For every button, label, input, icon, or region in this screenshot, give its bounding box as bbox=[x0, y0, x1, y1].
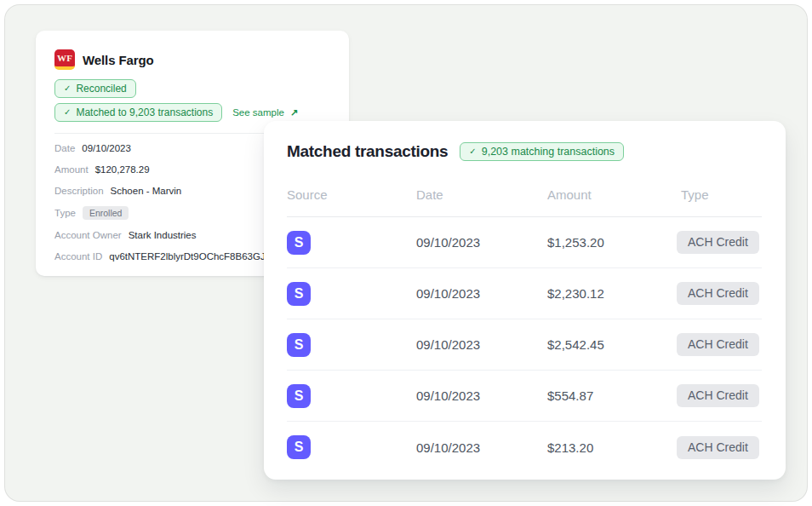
detail-value: Stark Industries bbox=[129, 229, 197, 241]
stripe-source-icon: S bbox=[287, 333, 311, 357]
transaction-amount: $1,253.20 bbox=[547, 235, 677, 250]
source-icon-letter: S bbox=[294, 235, 304, 250]
detail-value: 09/10/2023 bbox=[82, 142, 131, 154]
transaction-type-badge: ACH Credit bbox=[677, 231, 759, 254]
matched-badge-label: Matched to 9,203 transactions bbox=[76, 106, 213, 118]
page-title: Matched transactions bbox=[287, 142, 448, 161]
check-icon: ✓ bbox=[64, 84, 71, 93]
matching-count-label: 9,203 matching transactions bbox=[482, 146, 615, 158]
matched-transactions-badge: ✓ Matched to 9,203 transactions bbox=[54, 103, 222, 122]
detail-label: Type bbox=[54, 207, 76, 219]
detail-label: Amount bbox=[54, 164, 89, 175]
transaction-date: 09/10/2023 bbox=[416, 286, 547, 301]
source-icon-letter: S bbox=[294, 388, 304, 404]
reconciled-badge: ✓ Reconciled bbox=[54, 79, 136, 98]
matched-badge-row: ✓ Matched to 9,203 transactions See samp… bbox=[54, 103, 330, 122]
detail-value: qv6tNTERF2lblyrDt9OChcF8B63GJUhXt bbox=[109, 250, 287, 262]
table-row: S 09/10/2023 $1,253.20 ACH Credit bbox=[287, 217, 762, 268]
transaction-type-badge: ACH Credit bbox=[677, 282, 759, 305]
transaction-date: 09/10/2023 bbox=[416, 337, 547, 352]
transaction-type-badge: ACH Credit bbox=[677, 384, 759, 407]
detail-value: $120,278.29 bbox=[95, 164, 150, 175]
enrolled-badge: Enrolled bbox=[83, 206, 129, 220]
table-row: S 09/10/2023 $2,542.45 ACH Credit bbox=[287, 319, 762, 371]
column-header-amount: Amount bbox=[547, 187, 677, 216]
see-sample-label: See sample bbox=[232, 107, 284, 118]
column-header-type: Type bbox=[677, 187, 762, 216]
matched-transactions-header: Matched transactions ✓ 9,203 matching tr… bbox=[287, 141, 762, 163]
matched-transactions-card: Matched transactions ✓ 9,203 matching tr… bbox=[264, 121, 786, 480]
wells-fargo-logo-icon: WF bbox=[54, 49, 75, 70]
stripe-source-icon: S bbox=[287, 282, 311, 306]
reconciled-badge-label: Reconciled bbox=[76, 83, 126, 95]
table-row: S 09/10/2023 $213.20 ACH Credit bbox=[287, 422, 762, 473]
detail-label: Date bbox=[54, 142, 75, 154]
transaction-amount: $213.20 bbox=[547, 440, 677, 455]
source-icon-letter: S bbox=[294, 286, 304, 302]
canvas-background: WF Wells Fargo ✓ Reconciled ✓ Matched to… bbox=[4, 4, 808, 502]
arrow-up-right-icon: ↗ bbox=[290, 107, 298, 118]
transaction-date: 09/10/2023 bbox=[416, 235, 547, 250]
stripe-source-icon: S bbox=[287, 384, 311, 408]
detail-value: Schoen - Marvin bbox=[111, 185, 182, 197]
wells-fargo-logo-text: WF bbox=[57, 53, 72, 63]
transaction-amount: $2,542.45 bbox=[547, 337, 677, 352]
source-icon-letter: S bbox=[294, 440, 304, 455]
table-header: Source Date Amount Type bbox=[287, 182, 762, 217]
source-icon-letter: S bbox=[294, 337, 304, 353]
stripe-source-icon: S bbox=[287, 231, 311, 255]
bank-header: WF Wells Fargo bbox=[54, 49, 330, 70]
transaction-type-badge: ACH Credit bbox=[677, 333, 759, 356]
detail-label: Account Owner bbox=[54, 229, 122, 241]
check-icon: ✓ bbox=[469, 147, 476, 156]
check-icon: ✓ bbox=[64, 108, 71, 117]
transaction-amount: $554.87 bbox=[547, 388, 677, 403]
matching-count-badge: ✓ 9,203 matching transactions bbox=[460, 142, 624, 161]
table-row: S 09/10/2023 $2,230.12 ACH Credit bbox=[287, 268, 762, 319]
column-header-date: Date bbox=[416, 187, 547, 216]
transaction-date: 09/10/2023 bbox=[416, 440, 547, 455]
bank-name: Wells Fargo bbox=[83, 53, 154, 67]
transaction-type-badge: ACH Credit bbox=[677, 436, 759, 459]
stripe-source-icon: S bbox=[287, 435, 311, 459]
detail-label: Account ID bbox=[54, 250, 102, 262]
see-sample-link[interactable]: See sample ↗ bbox=[232, 107, 298, 118]
transaction-amount: $2,230.12 bbox=[547, 286, 677, 301]
column-header-source: Source bbox=[287, 187, 416, 216]
detail-label: Description bbox=[54, 185, 104, 197]
transaction-date: 09/10/2023 bbox=[416, 388, 547, 403]
table-row: S 09/10/2023 $554.87 ACH Credit bbox=[287, 371, 762, 422]
